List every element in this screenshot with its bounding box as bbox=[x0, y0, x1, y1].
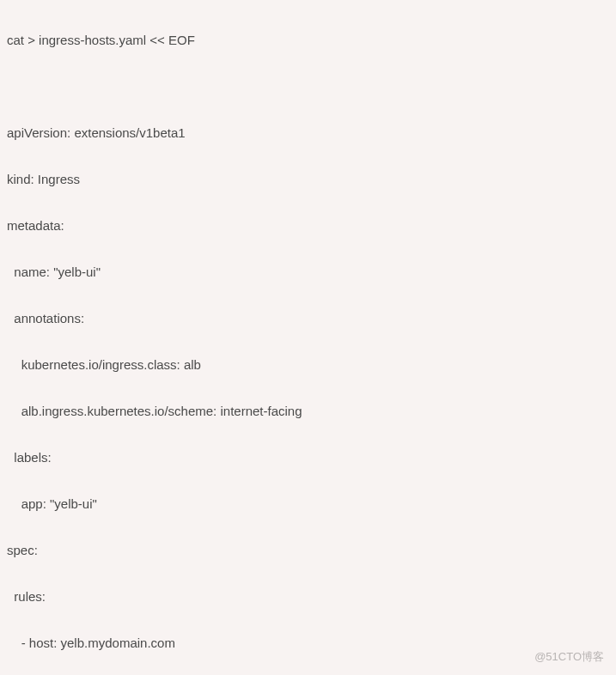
code-line: labels: bbox=[7, 446, 609, 469]
code-line: app: "yelb-ui" bbox=[7, 492, 609, 515]
code-line: alb.ingress.kubernetes.io/scheme: intern… bbox=[7, 399, 609, 423]
code-line: name: "yelb-ui" bbox=[7, 260, 609, 283]
code-line: cat > ingress-hosts.yaml << EOF bbox=[7, 28, 609, 52]
code-line: metadata: bbox=[7, 214, 609, 237]
code-line: kubernetes.io/ingress.class: alb bbox=[7, 353, 609, 376]
code-line bbox=[7, 75, 609, 98]
yaml-code-block: cat > ingress-hosts.yaml << EOF apiVersi… bbox=[7, 5, 609, 675]
code-line: rules: bbox=[7, 585, 609, 608]
code-line: - host: yelb.mydomain.com bbox=[7, 631, 609, 654]
code-line: apiVersion: extensions/v1beta1 bbox=[7, 121, 609, 144]
code-line: spec: bbox=[7, 538, 609, 562]
code-line: kind: Ingress bbox=[7, 167, 609, 191]
code-line: annotations: bbox=[7, 307, 609, 330]
watermark-text: @51CTO博客 bbox=[534, 647, 604, 666]
